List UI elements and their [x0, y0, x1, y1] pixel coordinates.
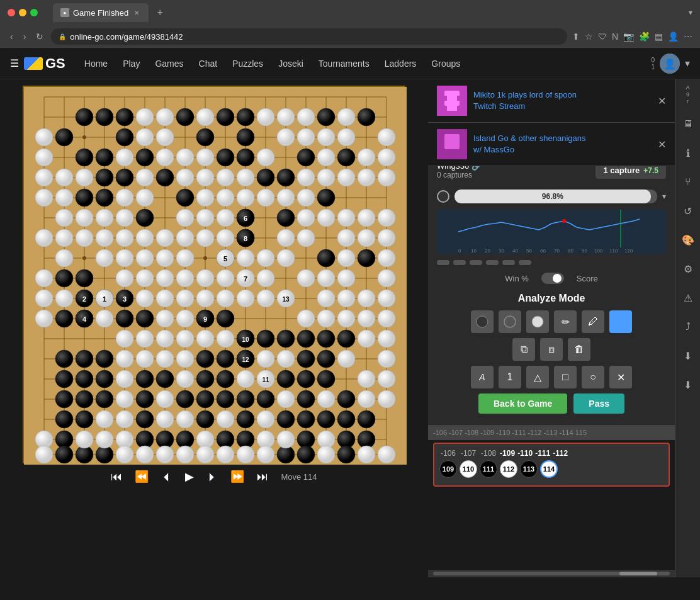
back-to-game-btn[interactable]: Back to Game	[478, 393, 567, 414]
skip-end-btn[interactable]: ⏭	[257, 470, 268, 484]
url-bar[interactable]: 🔒 online-go.com/game/49381442	[51, 28, 567, 45]
tool-pencil[interactable]: ✏	[554, 310, 577, 333]
tool-black-stone[interactable]	[471, 310, 494, 333]
tool-color[interactable]	[609, 310, 632, 333]
svg-point-277	[156, 330, 174, 348]
sym-text[interactable]: A	[471, 366, 494, 388]
menu-icon[interactable]: ⋯	[684, 31, 692, 42]
svg-point-262	[317, 290, 335, 307]
pass-btn[interactable]: Pass	[573, 393, 624, 414]
svg-point-161	[136, 128, 154, 146]
share-icon[interactable]: ⤴	[679, 317, 697, 336]
nav-forward-btn[interactable]: ›	[21, 30, 29, 43]
sym-number[interactable]: 1	[499, 366, 521, 388]
nav-ladders[interactable]: Ladders	[378, 55, 423, 72]
nav-chat[interactable]: Chat	[193, 55, 224, 72]
move-l12[interactable]	[470, 260, 482, 265]
move-f12[interactable]	[519, 260, 531, 265]
svg-point-211	[378, 209, 395, 227]
nav-groups[interactable]: Groups	[425, 55, 466, 72]
bottom-scrollbar[interactable]	[428, 570, 675, 577]
move-list-scroll[interactable]: -106 -107 -108 -109 -110 -111 -112 -113 …	[428, 425, 675, 440]
tab-close-btn[interactable]: ✕	[132, 8, 141, 17]
fork-icon[interactable]: ⚙	[679, 259, 697, 278]
hamburger-icon[interactable]: ☰	[10, 57, 19, 69]
download2-icon[interactable]: ⬇	[679, 375, 697, 394]
move-text-row: -106 -107 -108 -109 -110 -111 -112	[439, 449, 663, 458]
move-circle-113[interactable]: 113	[520, 460, 538, 478]
nav-reload-btn[interactable]: ↻	[33, 30, 46, 43]
win-score-toggle[interactable]	[541, 273, 564, 284]
svg-point-108	[76, 370, 93, 388]
move-k13[interactable]	[437, 260, 449, 265]
download-icon[interactable]: ⬇	[679, 346, 697, 365]
monitor-icon[interactable]: 🖥	[679, 115, 697, 133]
nav-home[interactable]: Home	[78, 55, 114, 72]
puzzle-icon[interactable]: 🧩	[639, 31, 650, 42]
nav-tournaments[interactable]: Tournaments	[312, 55, 376, 72]
maximize-btn[interactable]	[30, 9, 38, 16]
play-btn[interactable]: ▶	[185, 470, 194, 484]
move-circle-109[interactable]: 109	[439, 460, 457, 478]
sym-circle[interactable]: ○	[582, 366, 604, 388]
delete-btn[interactable]: 🗑	[568, 338, 590, 361]
camera-icon[interactable]: 📷	[623, 31, 634, 42]
nav-games[interactable]: Games	[149, 55, 189, 72]
nav-play[interactable]: Play	[116, 55, 146, 72]
svg-text:6: 6	[244, 215, 247, 222]
progress-dropdown[interactable]: ▾	[662, 192, 666, 201]
move-circle-110[interactable]: 110	[460, 460, 477, 478]
tool-empty[interactable]	[499, 310, 521, 333]
nav-joseki[interactable]: Joseki	[272, 55, 310, 72]
svg-text:90: 90	[582, 248, 587, 254]
refresh-icon[interactable]: ↺	[679, 201, 697, 220]
shield-icon[interactable]: 🛡	[598, 31, 607, 42]
move-circles-row: 109 110 111 112 113 114	[439, 460, 663, 478]
tool-white-stone[interactable]	[526, 310, 549, 333]
active-tab[interactable]: ● Game Finished ✕	[53, 3, 149, 22]
scroll-thumb[interactable]	[619, 572, 657, 575]
move-e11[interactable]	[486, 260, 499, 265]
svg-point-229	[116, 249, 133, 267]
sym-triangle[interactable]: △	[526, 366, 549, 388]
skip-start-btn[interactable]: ⏮	[111, 470, 122, 484]
next-btn[interactable]: ⏵	[206, 470, 218, 484]
user-icon[interactable]: 👤	[668, 31, 679, 42]
new-tab-btn[interactable]: +	[152, 5, 167, 20]
notion-icon[interactable]: N	[612, 31, 618, 42]
move-circle-111[interactable]: 111	[480, 460, 497, 478]
warning-icon[interactable]: ⚠	[679, 288, 697, 307]
sym-square[interactable]: □	[554, 366, 577, 388]
svg-point-380	[532, 316, 543, 327]
prev-fast-btn[interactable]: ⏪	[135, 470, 149, 484]
tool-pen[interactable]: 🖊	[582, 310, 604, 333]
prev-btn[interactable]: ⏴	[161, 470, 172, 484]
next-fast-btn[interactable]: ⏩	[230, 470, 244, 484]
share-icon[interactable]: ⬆	[572, 31, 580, 42]
svg-point-67	[337, 149, 355, 166]
palette-icon[interactable]: 🎨	[679, 230, 697, 249]
svg-point-307	[217, 410, 234, 428]
branch-icon[interactable]: ⑂	[679, 173, 697, 191]
info-icon[interactable]: ℹ	[679, 144, 697, 162]
user-menu-chevron[interactable]: ▾	[685, 57, 690, 69]
notif-close-2[interactable]: ✕	[658, 139, 666, 150]
go-board[interactable]: 6 8 5 7 2 1	[23, 86, 405, 463]
move-circle-112[interactable]: 112	[500, 460, 517, 478]
notif-close-1[interactable]: ✕	[658, 95, 666, 107]
minimize-btn[interactable]	[19, 9, 26, 16]
move-circle-114[interactable]: 114	[540, 460, 558, 478]
sidebar-icon[interactable]: ▤	[655, 31, 663, 42]
user-avatar[interactable]: 👤	[660, 54, 680, 74]
close-btn[interactable]	[8, 9, 15, 16]
move-e14[interactable]	[502, 260, 515, 265]
copy-branch-btn[interactable]: ⧈	[540, 338, 563, 361]
move-j11[interactable]	[453, 260, 466, 265]
nav-back-btn[interactable]: ‹	[8, 30, 16, 43]
copy-btn[interactable]: ⧉	[512, 338, 535, 361]
nav-puzzles[interactable]: Puzzles	[226, 55, 269, 72]
sym-x[interactable]: ✕	[609, 366, 632, 388]
svg-point-302	[378, 390, 395, 408]
bookmark-icon[interactable]: ☆	[585, 31, 593, 42]
svg-point-127	[337, 390, 355, 408]
